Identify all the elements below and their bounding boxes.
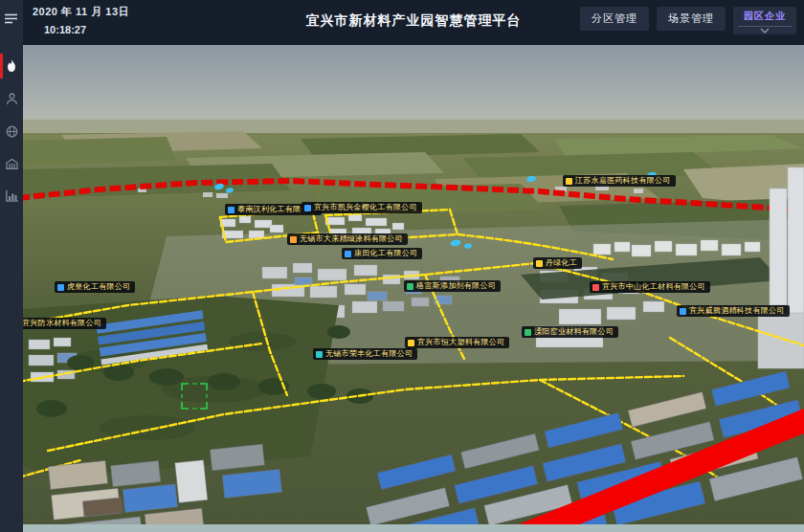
- company-marker-icon: [304, 205, 311, 211]
- company-marker-icon: [345, 251, 351, 257]
- company-name: 无锡市荣丰化工有限公司: [325, 350, 413, 358]
- company-marker-icon: [228, 207, 234, 213]
- company-label[interactable]: 宜兴市中山化工材料有限公司: [590, 281, 710, 293]
- company-label[interactable]: 虎皇化工有限公司: [55, 281, 135, 293]
- header-bar: 2020 年 11 月 13日 10:18:27 宜兴市新材料产业园智慧管理平台…: [23, 0, 804, 45]
- company-name: 宜兴市中山化工材料有限公司: [602, 283, 705, 291]
- sidebar: [0, 0, 23, 532]
- company-label[interactable]: 无锡市荣丰化工有限公司: [313, 348, 417, 360]
- company-label[interactable]: 丹绿化工: [533, 257, 582, 269]
- company-name: 宜兴市恒大塑料有限公司: [417, 339, 504, 346]
- flame-icon[interactable]: [0, 50, 23, 82]
- company-marker-icon: [290, 236, 297, 243]
- scene-manage-button[interactable]: 场景管理: [657, 7, 726, 31]
- company-name: 无锡市大来精细涂料有限公司: [300, 235, 403, 243]
- company-marker-icon: [407, 283, 413, 290]
- company-label[interactable]: 宜兴威腾酒精科技有限公司: [677, 305, 790, 317]
- dropdown-label: 园区企业: [744, 10, 786, 23]
- company-name: 宜兴市凯兴金樱化工有限公司: [314, 204, 417, 211]
- factory-icon[interactable]: [0, 147, 23, 180]
- company-marker-icon: [316, 351, 323, 358]
- company-name: 溧阳窑业材料有限公司: [534, 328, 614, 336]
- company-label[interactable]: 无锡市大来精细涂料有限公司: [287, 233, 408, 245]
- zone-manage-button[interactable]: 分区管理: [580, 7, 649, 31]
- company-name: 江苏永嘉医药科技有限公司: [575, 177, 671, 185]
- park-enterprise-dropdown[interactable]: 园区企业: [733, 7, 796, 34]
- smart-park-platform: 2020 年 11 月 13日 10:18:27 宜兴市新材料产业园智慧管理平台…: [0, 0, 804, 532]
- divider: [738, 26, 792, 27]
- company-label[interactable]: 溧阳窑业材料有限公司: [522, 326, 618, 338]
- company-label[interactable]: 宜兴防水材料有限公司: [23, 318, 106, 329]
- header-actions: 分区管理 场景管理 园区企业: [580, 7, 796, 34]
- globe-icon[interactable]: [0, 115, 23, 147]
- company-name: 宜兴防水材料有限公司: [23, 320, 101, 327]
- company-marker-icon: [680, 308, 686, 315]
- company-name: 虎皇化工有限公司: [67, 283, 130, 291]
- company-label[interactable]: 宜兴市凯兴金樱化工有限公司: [302, 202, 422, 213]
- company-name: 丹绿化工: [546, 259, 577, 267]
- company-marker-icon: [536, 260, 543, 267]
- company-marker-icon: [57, 284, 64, 291]
- company-label[interactable]: 江苏永嘉医药科技有限公司: [563, 175, 676, 187]
- company-marker-icon: [408, 340, 414, 346]
- company-marker-icon: [592, 284, 599, 291]
- bar-chart-icon[interactable]: [0, 180, 23, 212]
- company-label[interactable]: 格雷斯添加剂有限公司: [404, 280, 501, 292]
- menu-icon[interactable]: [0, 4, 23, 33]
- company-name: 宜兴威腾酒精科技有限公司: [689, 307, 785, 315]
- company-label[interactable]: 康田化工有限公司: [342, 248, 422, 259]
- map-labels: 泰南汉利化工有限公司宜兴市凯兴金樱化工有限公司无锡市大来精细涂料有限公司康田化工…: [23, 45, 804, 532]
- person-icon[interactable]: [0, 82, 23, 115]
- company-marker-icon: [525, 329, 531, 336]
- company-marker-icon: [566, 178, 572, 185]
- company-label[interactable]: 宜兴市恒大塑料有限公司: [405, 337, 509, 348]
- chevron-down-icon: [760, 28, 770, 33]
- company-name: 格雷斯添加剂有限公司: [416, 282, 496, 290]
- map-viewport[interactable]: 泰南汉利化工有限公司宜兴市凯兴金樱化工有限公司无锡市大来精细涂料有限公司康田化工…: [23, 45, 804, 532]
- company-name: 康田化工有限公司: [354, 250, 417, 257]
